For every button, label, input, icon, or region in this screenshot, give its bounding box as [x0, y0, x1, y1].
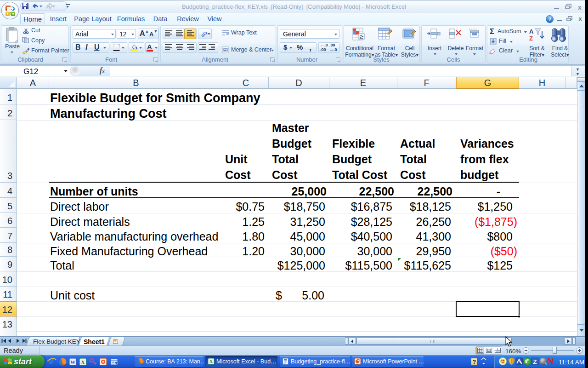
svg-text:?: ?	[548, 17, 551, 22]
svg-text:W: W	[70, 359, 75, 365]
svg-text:Z: Z	[529, 35, 533, 42]
svg-text:A: A	[529, 28, 534, 35]
svg-text:X: X	[81, 359, 85, 365]
svg-text:X: X	[209, 359, 213, 364]
svg-text:Z: Z	[533, 358, 537, 365]
